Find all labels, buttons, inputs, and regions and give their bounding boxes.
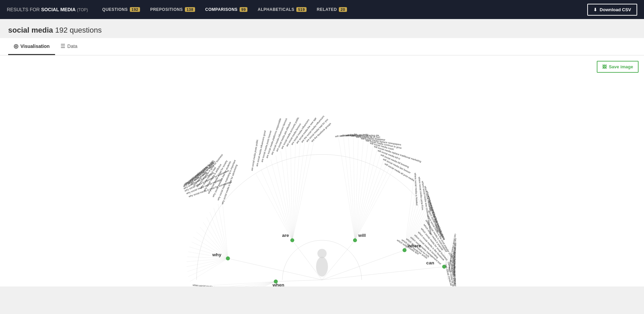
svg-line-12 (193, 237, 228, 258)
svg-text:why: why (212, 252, 222, 257)
svg-line-45 (355, 151, 382, 240)
svg-line-46 (355, 155, 385, 240)
tab-related-label: RELATED (317, 7, 337, 12)
svg-point-1 (317, 249, 327, 258)
tab-prepositions-label: PREPOSITIONS (150, 7, 183, 12)
page-title: social media 192 questions (8, 26, 636, 35)
svg-line-49 (355, 168, 394, 240)
svg-line-31 (292, 139, 300, 240)
svg-line-10 (189, 247, 228, 258)
svg-line-3 (190, 258, 228, 281)
visualisation-label: Visualisation (20, 43, 50, 49)
svg-line-80 (276, 280, 322, 282)
download-csv-button[interactable]: ⬇ Download CSV (587, 4, 637, 16)
svg-line-6 (187, 258, 228, 266)
tab-questions-label: QUESTIONS (102, 7, 128, 12)
view-tab-bar: ◎ Visualisation ☰ Data (0, 38, 644, 55)
wheel-svg: why are will where when can why social m… (0, 55, 644, 286)
svg-line-30 (292, 141, 296, 240)
svg-point-92 (403, 248, 407, 252)
visualisation-icon: ◎ (14, 43, 18, 49)
svg-line-25 (271, 160, 292, 240)
tab-comparisons[interactable]: COMPARISONS 99 (201, 5, 252, 14)
tab-comparisons-badge: 99 (240, 7, 247, 12)
svg-text:can: can (426, 260, 434, 265)
visualisation-area: why are will where when can why social m… (0, 55, 644, 286)
tab-alphabeticals[interactable]: ALPHABETICALS 519 (254, 5, 311, 14)
header-title: RESULTS FOR SOCIAL MEDIA (TOP) (7, 7, 88, 12)
svg-line-36 (338, 138, 355, 240)
header: RESULTS FOR SOCIAL MEDIA (TOP) QUESTIONS… (0, 0, 644, 19)
save-image-button[interactable]: 🖼 Save image (597, 61, 639, 73)
tab-related[interactable]: RELATED 20 (313, 5, 351, 14)
svg-line-42 (355, 142, 368, 240)
download-icon: ⬇ (593, 7, 597, 12)
tab-alphabeticals-badge: 519 (296, 7, 307, 12)
svg-line-47 (355, 159, 389, 240)
save-image-icon: 🖼 (602, 64, 607, 69)
svg-line-27 (281, 151, 292, 240)
tab-prepositions[interactable]: PREPOSITIONS 138 (146, 5, 199, 14)
svg-line-17 (210, 212, 228, 258)
download-label: Download CSV (600, 7, 631, 12)
main-content: 🖼 Save image (0, 55, 644, 286)
data-label: Data (67, 43, 77, 49)
data-icon: ☰ (60, 43, 65, 49)
svg-point-90 (290, 238, 294, 242)
tab-data[interactable]: ☰ Data (55, 38, 83, 55)
svg-point-0 (316, 257, 328, 277)
save-image-label: Save image (609, 64, 633, 69)
header-keyword: SOCIAL MEDIA (41, 7, 76, 12)
svg-line-2 (228, 258, 322, 280)
page-keyword: social media (8, 26, 53, 34)
svg-line-32 (292, 137, 306, 240)
svg-line-9 (188, 252, 228, 258)
svg-point-91 (353, 238, 357, 242)
svg-line-23 (261, 169, 292, 240)
svg-text:will: will (358, 233, 366, 238)
svg-line-19 (218, 204, 228, 258)
svg-line-44 (355, 148, 378, 240)
svg-text:are: are (282, 233, 289, 238)
svg-line-24 (266, 164, 292, 240)
tab-questions[interactable]: QUESTIONS 192 (98, 5, 144, 14)
tab-prepositions-badge: 138 (185, 7, 195, 12)
svg-line-26 (276, 155, 293, 240)
nav-tabs: QUESTIONS 192 PREPOSITIONS 138 COMPARISO… (98, 5, 577, 14)
svg-line-40 (355, 139, 359, 240)
svg-line-21 (292, 240, 322, 280)
svg-line-37 (344, 137, 355, 240)
svg-point-89 (226, 257, 230, 261)
tab-visualisation[interactable]: ◎ Visualisation (8, 38, 55, 55)
svg-line-8 (187, 257, 228, 259)
svg-line-22 (256, 174, 292, 240)
svg-line-28 (286, 147, 292, 240)
svg-line-5 (187, 258, 228, 272)
svg-line-38 (348, 137, 355, 240)
svg-line-34 (292, 135, 315, 240)
tab-alphabeticals-label: ALPHABETICALS (258, 7, 294, 12)
tab-questions-badge: 192 (130, 7, 140, 12)
svg-text:when: when (272, 282, 284, 286)
svg-line-18 (214, 208, 228, 259)
svg-line-39 (353, 138, 355, 240)
tab-related-badge: 20 (339, 7, 347, 12)
svg-line-33 (292, 135, 310, 240)
svg-line-20 (222, 200, 228, 258)
sub-header: social media 192 questions (0, 19, 644, 38)
svg-line-41 (355, 141, 363, 240)
tab-comparisons-label: COMPARISONS (205, 7, 238, 12)
header-suffix: (TOP) (77, 7, 88, 12)
